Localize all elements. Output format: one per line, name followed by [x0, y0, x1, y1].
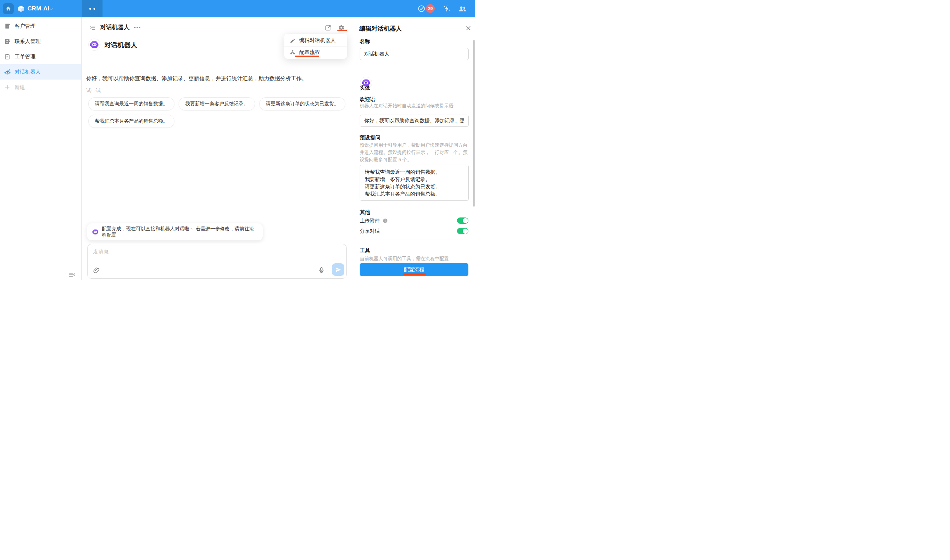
configure-flow-label: 配置流程: [404, 266, 425, 273]
configure-flow-button[interactable]: 配置流程: [360, 263, 468, 276]
welcome-label: 欢迎语: [360, 96, 375, 103]
share-conversation-toggle[interactable]: [457, 228, 468, 234]
preset-label: 预设提问: [360, 134, 380, 141]
context-menu: 编辑对话机器人 配置流程: [284, 34, 347, 59]
avatar-picker[interactable]: [360, 77, 372, 89]
name-field[interactable]: [360, 48, 469, 60]
welcome-field[interactable]: [360, 115, 469, 127]
bot-name: 对话机器人: [104, 41, 137, 50]
tools-hint: 当前机器人可调用的工具，需在流程中配置: [360, 255, 470, 262]
suggestion-chip[interactable]: 我要新增一条客户反馈记录。: [179, 97, 255, 111]
bot-avatar: [88, 38, 100, 51]
welcome-hint: 机器人在对话开始时自动发送的问候或提示语: [360, 102, 470, 109]
collapse-sidebar-icon[interactable]: [68, 271, 75, 278]
more-icon: [134, 27, 135, 28]
sidebar-item-label: 对话机器人: [15, 69, 41, 75]
crm-ai-app: CRM-AI 29: [0, 0, 475, 280]
upload-attachment-label: 上传附件: [360, 217, 380, 224]
magic-icon: [443, 5, 451, 13]
home-icon: [5, 6, 11, 12]
panel-scrollbar[interactable]: [473, 40, 475, 207]
sidebar-item-label: 联系人管理: [15, 38, 41, 45]
bot-greeting: 你好，我可以帮助你查询数据、添加记录、更新信息，并进行统计汇总，助力数据分析工作…: [86, 75, 307, 82]
panel-title: 编辑对话机器人: [359, 24, 402, 33]
sidebar-item-contacts[interactable]: 联系人管理: [0, 34, 81, 49]
chevron-down-icon: [49, 6, 54, 11]
sidebar-new-button[interactable]: 新建: [0, 80, 81, 95]
share-conversation-label: 分享对话: [360, 228, 380, 234]
annotation-underline-menu: [295, 55, 319, 57]
contacts-icon: [4, 38, 11, 45]
other-label: 其他: [360, 209, 370, 216]
mic-icon[interactable]: [318, 267, 325, 274]
notification-badge: 29: [426, 4, 435, 13]
toast-text: 配置完成，现在可以直接和机器人对话啦～ 若需进一步修改，请前往流程配置: [102, 226, 258, 238]
top-bar: CRM-AI 29: [0, 0, 475, 17]
menu-item-edit-bot[interactable]: 编辑对话机器人: [284, 35, 347, 46]
sidebar-new-label: 新建: [15, 84, 25, 91]
sidebar-item-chatbot[interactable]: 对话机器人: [0, 64, 81, 80]
suggestion-chip[interactable]: 请帮我查询最近一周的销售数据。: [88, 97, 174, 111]
open-external-icon: [325, 25, 331, 31]
sidebar: 客户管理 联系人管理 工单管理: [0, 17, 82, 280]
menu-item-label: 配置流程: [299, 49, 320, 55]
suggestion-chip[interactable]: 请更新这条订单的状态为已发货。: [259, 97, 345, 111]
message-composer: [87, 244, 347, 278]
users-button[interactable]: [458, 5, 466, 13]
tasks-check-button[interactable]: [417, 5, 426, 13]
bot-avatar-icon: [90, 40, 99, 49]
tools-label: 工具: [360, 247, 370, 254]
close-icon[interactable]: [466, 25, 471, 31]
pencil-icon: [290, 38, 296, 43]
workspace-switcher[interactable]: CRM-AI: [28, 5, 49, 12]
more-tab-icon: [89, 8, 91, 10]
robot-icon: [4, 69, 11, 75]
annotation-underline-cta: [403, 274, 426, 275]
suggestion-chip[interactable]: 帮我汇总本月各产品的销售总额。: [88, 115, 174, 128]
bot-avatar-icon: [92, 229, 99, 235]
name-label: 名称: [360, 38, 370, 45]
flow-icon: [290, 49, 296, 55]
tickets-icon: [4, 54, 11, 60]
home-button[interactable]: [3, 3, 14, 14]
edit-panel: 编辑对话机器人 名称 头像 欢迎语 机器人在对话开始时自动发送的问候或提示语 预…: [353, 17, 475, 280]
magic-button[interactable]: [443, 5, 451, 13]
open-external-button[interactable]: [325, 25, 331, 31]
menu-item-label: 编辑对话机器人: [299, 37, 336, 44]
preset-hint: 预设提问用于引导用户，帮助用户快速选择提问方向并进入流程。预设提问按行展示，一行…: [360, 142, 470, 163]
tasks-check-icon: [417, 5, 426, 13]
sidebar-item-label: 客户管理: [15, 23, 35, 29]
more-tab[interactable]: [82, 0, 103, 17]
upload-attachment-toggle[interactable]: [457, 217, 468, 224]
divider: [360, 239, 468, 239]
app-logo-icon: [17, 4, 25, 13]
indent-icon[interactable]: [90, 25, 96, 31]
suggestion-chips: 请帮我查询最近一周的销售数据。 我要新增一条客户反馈记录。 请更新这条订单的状态…: [88, 97, 347, 128]
menu-item-configure-flow[interactable]: 配置流程: [284, 46, 347, 58]
sidebar-item-tickets[interactable]: 工单管理: [0, 49, 81, 64]
send-button[interactable]: [332, 263, 344, 276]
users-icon: [458, 5, 467, 13]
customers-icon: [4, 23, 11, 29]
more-button[interactable]: [134, 27, 140, 28]
bot-avatar-icon: [361, 78, 371, 88]
page-title: 对话机器人: [100, 23, 129, 31]
gear-icon[interactable]: [338, 24, 345, 31]
paperclip-icon[interactable]: [93, 267, 100, 274]
send-icon: [335, 266, 342, 273]
message-input[interactable]: [88, 244, 346, 278]
toast-message: 配置完成，现在可以直接和机器人对话啦～ 若需进一步修改，请前往流程配置: [87, 223, 263, 240]
preset-questions-field[interactable]: 请帮我查询最近一周的销售数据。 我要新增一条客户反馈记录。 请更新这条订单的状态…: [360, 165, 469, 201]
plus-icon: [4, 84, 11, 90]
info-icon[interactable]: [383, 218, 388, 223]
sidebar-item-customers[interactable]: 客户管理: [0, 18, 81, 34]
sidebar-item-label: 工单管理: [15, 54, 35, 60]
try-label: 试一试: [86, 88, 101, 94]
